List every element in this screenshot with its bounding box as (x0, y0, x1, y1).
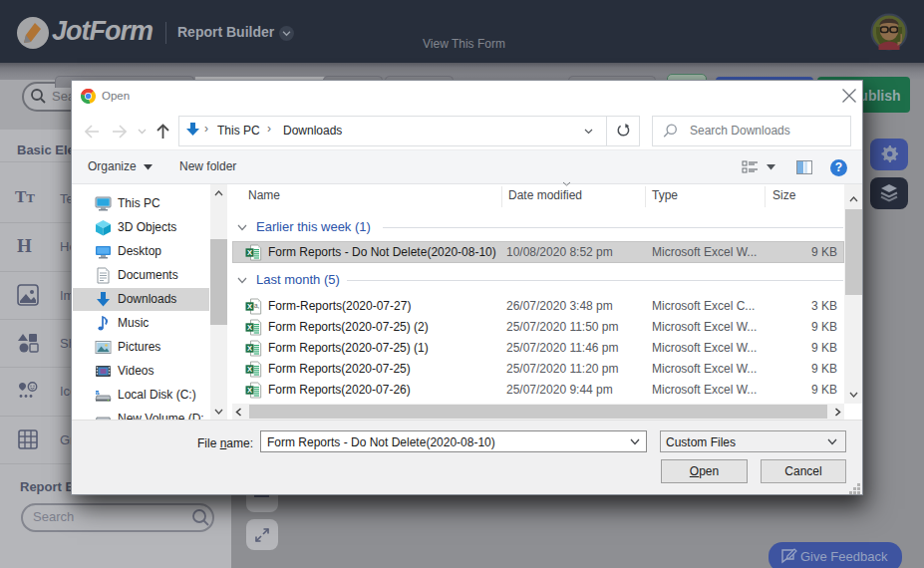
svg-text:X: X (247, 248, 252, 257)
svg-text:X: X (247, 302, 252, 311)
svg-text:X: X (247, 386, 252, 395)
svg-text:X: X (247, 323, 252, 332)
svg-text:X: X (247, 365, 252, 374)
svg-text:a,: a, (254, 302, 260, 309)
svg-text:X: X (247, 344, 252, 353)
